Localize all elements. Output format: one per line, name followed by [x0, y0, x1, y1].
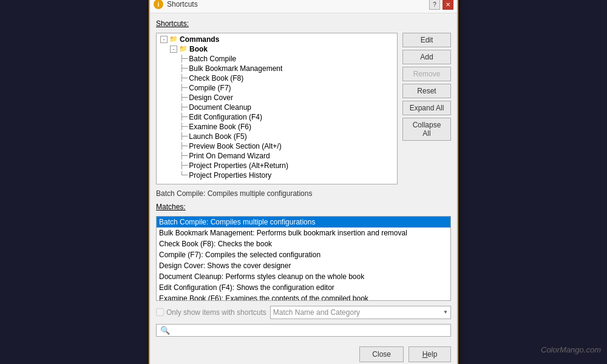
title-bar: i Shortcuts ? ✕	[150, 0, 457, 13]
shortcuts-label: Shortcuts:	[156, 19, 451, 28]
reset-button[interactable]: Reset	[402, 84, 451, 98]
matches-list[interactable]: Batch Compile: Compiles multiple configu…	[156, 216, 451, 301]
tree-toggle-book[interactable]: -	[170, 46, 177, 53]
match-item[interactable]: Edit Configuration (F4): Shows the confi…	[157, 282, 450, 293]
tree-book-label: Book	[189, 45, 208, 53]
tree-item[interactable]: ├─ Document Cleanup	[158, 103, 396, 112]
title-bar-left: i Shortcuts	[154, 0, 198, 9]
tree-item[interactable]: └─ Project Properties History	[158, 170, 396, 180]
tree-item[interactable]: ├─ Design Cover	[158, 93, 396, 103]
match-type-dropdown[interactable]: Match Name and Category ▼	[270, 306, 451, 319]
tree-item[interactable]: ├─ Print On Demand Wizard	[158, 151, 396, 161]
info-icon: i	[154, 0, 163, 9]
collapse-all-button[interactable]: Collapse All	[402, 118, 451, 141]
match-item[interactable]: Bulk Bookmark Management: Performs bulk …	[157, 228, 450, 238]
bottom-row: Only show items with shortcuts Match Nam…	[156, 306, 451, 319]
dialog-title: Shortcuts	[167, 0, 198, 8]
help-button[interactable]: Help	[409, 346, 451, 362]
match-item[interactable]: Design Cover: Shows the cover designer	[157, 260, 450, 271]
expand-all-button[interactable]: Expand All	[402, 101, 451, 115]
tree-book[interactable]: - 📁 Book	[158, 44, 396, 54]
match-item[interactable]: Document Cleanup: Performs styles cleanu…	[157, 271, 450, 282]
search-icon: 🔍	[160, 326, 170, 335]
match-item[interactable]: Check Book (F8): Checks the book	[157, 238, 450, 249]
add-button[interactable]: Add	[402, 50, 451, 64]
folder-icon: 📁	[169, 35, 178, 43]
search-row: 🔍	[156, 324, 451, 337]
book-folder-icon: 📁	[179, 45, 188, 53]
buttons-panel: Edit Add Remove Reset Expand All Collaps…	[402, 33, 451, 184]
show-items-checkbox[interactable]	[156, 308, 164, 316]
tree-item[interactable]: ├─ Edit Configuration (F4)	[158, 112, 396, 122]
tree-toggle-commands[interactable]: -	[160, 36, 168, 43]
info-text: Batch Compile: Compiles multiple configu…	[156, 188, 451, 199]
tree-item[interactable]: ├─ Examine Book (F6)	[158, 122, 396, 132]
watermark: ColorMango.com	[541, 345, 601, 354]
edit-button[interactable]: Edit	[402, 33, 451, 47]
remove-button[interactable]: Remove	[402, 67, 451, 81]
match-item[interactable]: Compile (F7): Compiles the selected conf…	[157, 249, 450, 260]
tree-item[interactable]: ├─ Launch Book (F5)	[158, 132, 396, 141]
show-items-checkbox-label[interactable]: Only show items with shortcuts	[156, 308, 266, 317]
tree-item[interactable]: ├─ Preview Book Section (Alt+/)	[158, 141, 396, 151]
tree-item[interactable]: ├─ Check Book (F8)	[158, 73, 396, 83]
match-item[interactable]: Examine Book (F6): Examines the contents…	[157, 293, 450, 301]
footer-row: Close Help	[150, 343, 457, 365]
titlebar-close-button[interactable]: ✕	[443, 0, 453, 10]
titlebar-help-button[interactable]: ?	[429, 0, 440, 10]
main-area: - 📁 Commands - 📁 Book ├─ Batch Compile ├…	[156, 33, 451, 184]
matches-label: Matches:	[156, 203, 451, 211]
tree-panel[interactable]: - 📁 Commands - 📁 Book ├─ Batch Compile ├…	[156, 33, 398, 184]
tree-item[interactable]: ├─ Bulk Bookmark Management	[158, 64, 396, 73]
dialog-body: Shortcuts: - 📁 Commands - 📁 Book	[150, 13, 457, 343]
tree-item[interactable]: ├─ Compile (F7)	[158, 83, 396, 93]
search-input[interactable]	[174, 326, 447, 334]
tree-root[interactable]: - 📁 Commands	[158, 35, 396, 44]
tree-item[interactable]: ├─ Batch Compile	[158, 54, 396, 64]
tree-item[interactable]: ├─ Project Properties (Alt+Return)	[158, 161, 396, 170]
title-bar-right: ? ✕	[429, 0, 453, 10]
match-item[interactable]: Batch Compile: Compiles multiple configu…	[157, 217, 450, 228]
tree-root-label: Commands	[180, 35, 219, 44]
shortcuts-dialog: i Shortcuts ? ✕ Shortcuts: - 📁 Commands	[149, 0, 458, 364]
dropdown-arrow-icon: ▼	[443, 309, 448, 315]
close-button[interactable]: Close	[359, 346, 404, 362]
